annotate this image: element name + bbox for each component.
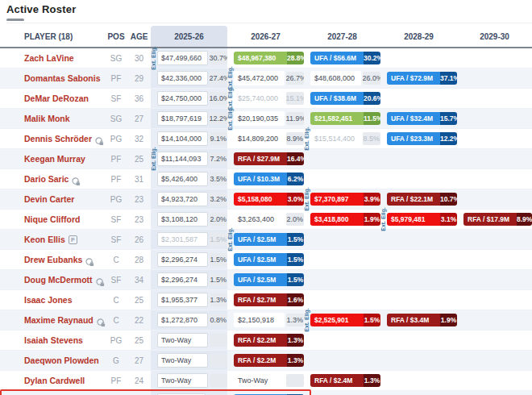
salary-value-input[interactable]: $11,144,093 bbox=[157, 152, 208, 166]
position-cell: SF bbox=[105, 89, 127, 108]
extension-eligible-label: Ext. Elig. bbox=[151, 147, 156, 171]
salary-value-input[interactable]: $24,750,000 bbox=[157, 91, 208, 106]
red-contract-badge[interactable]: $5,158,0803.0% bbox=[234, 193, 304, 206]
rfa-contract-badge[interactable]: RFA / $2.2M1.3% bbox=[234, 354, 304, 367]
salary-value-input[interactable]: $47,499,660 bbox=[157, 51, 208, 65]
badge-value: RFA / $2.2M bbox=[234, 334, 287, 347]
player-link[interactable]: Keon Ellis bbox=[24, 235, 65, 244]
badge-value: $2,525,901 bbox=[310, 314, 364, 326]
badge-value: UFA / $23.3M bbox=[387, 132, 440, 145]
salary-value-input[interactable]: $18,797,619 bbox=[157, 111, 208, 126]
player-cell: Dylan Cardwell bbox=[0, 371, 105, 390]
season-cell-2026-27: Ext. Elig.$45,472,00026.7% bbox=[227, 69, 304, 88]
red-contract-badge[interactable]: $7,370,8973.9% bbox=[310, 193, 380, 206]
season-cell-2027-28: UFA / $56.6M30.2% bbox=[304, 48, 380, 68]
badge-pct: 1.6% bbox=[287, 293, 304, 306]
player-link[interactable]: Dennis Schröder bbox=[24, 134, 92, 143]
rfa-contract-badge[interactable]: RFA / $27.9M16.4% bbox=[234, 152, 304, 165]
ufa-contract-badge[interactable]: UFA / $72.9M37.1% bbox=[387, 72, 457, 85]
ufa-contract-badge[interactable]: UFA / $2.5M1.5% bbox=[234, 273, 304, 286]
season-cell-2027-28 bbox=[304, 290, 380, 310]
badge-value: RFA / $17.9M bbox=[463, 213, 517, 226]
salary-value-input[interactable]: Two-Way bbox=[157, 353, 208, 368]
table-row: Keon EllisPSF26$2,301,5871.5%Ext. Elig.U… bbox=[0, 230, 532, 250]
ufa-contract-badge[interactable]: UFA / $10.3M6.2% bbox=[234, 173, 304, 185]
salary-value-input[interactable]: $1,955,377 bbox=[157, 293, 208, 307]
season-cell-2025-26: Ext. Elig.$11,144,0937.2% bbox=[151, 149, 227, 168]
salary-value-input[interactable]: $2,296,274 bbox=[157, 252, 208, 267]
age-cell: 28 bbox=[127, 250, 151, 269]
badge-value: $3,418,800 bbox=[310, 213, 364, 226]
season-cell-2029-30 bbox=[457, 109, 532, 128]
player-link[interactable]: Daeqwon Plowden bbox=[24, 356, 99, 365]
salary-pct: 9.1% bbox=[210, 132, 227, 145]
salary-value-input[interactable]: $2,296,274 bbox=[157, 272, 208, 287]
player-link[interactable]: Maxime Raynaud bbox=[24, 315, 94, 325]
rfa-contract-badge[interactable]: RFA / $17.9M8.9% bbox=[463, 213, 532, 226]
badge-value: RFA / $2.7M bbox=[234, 293, 287, 306]
ufa-contract-badge[interactable]: UFA / $2.5M1.5% bbox=[234, 233, 304, 246]
rfa-contract-badge[interactable]: RFA / $2.7M1.6% bbox=[234, 293, 304, 306]
season-cell-2028-29 bbox=[380, 351, 457, 370]
ufa-contract-badge[interactable]: UFA / $56.6M30.2% bbox=[310, 52, 380, 64]
badge-value: UFA / $38.6M bbox=[310, 92, 364, 105]
age-cell: 32 bbox=[127, 129, 151, 148]
player-link[interactable]: Nique Clifford bbox=[24, 214, 80, 224]
player-link[interactable]: Isaac Jones bbox=[24, 295, 73, 305]
red-contract-badge[interactable]: $5,979,4813.1% bbox=[387, 213, 457, 226]
green-contract-badge[interactable]: $21,582,45111.5% bbox=[310, 112, 380, 125]
ufa-contract-badge[interactable]: UFA / $23.3M12.2% bbox=[387, 132, 457, 145]
player-link[interactable]: Dylan Cardwell bbox=[24, 376, 85, 385]
player-link[interactable]: DeMar DeRozan bbox=[24, 94, 89, 103]
season-cell-2029-30 bbox=[457, 48, 532, 68]
season-cell-2029-30 bbox=[457, 250, 532, 269]
salary-value-input[interactable]: Two-Way bbox=[157, 373, 208, 388]
salary-value-input[interactable]: Two-Way bbox=[157, 333, 208, 347]
extension-eligible-label: Ext. Elig. bbox=[304, 187, 310, 211]
ufa-contract-badge[interactable]: UFA / $32.4M15.7% bbox=[387, 112, 457, 125]
rfa-contract-badge[interactable]: RFA / $3.4M1.9% bbox=[387, 314, 457, 326]
salary-value-input[interactable]: $4,923,720 bbox=[157, 192, 208, 206]
badge-value: UFA / $2.5M bbox=[234, 233, 287, 246]
season-cell-2029-30 bbox=[457, 331, 532, 350]
season-cell-2025-26: $24,750,00016.0% bbox=[151, 89, 227, 108]
position-cell: PF bbox=[105, 149, 127, 168]
salary-value-input[interactable]: $3,108,120 bbox=[157, 212, 208, 227]
titlebar: Active Roster bbox=[0, 0, 532, 23]
player-link[interactable]: Devin Carter bbox=[24, 194, 74, 204]
player-link[interactable]: Zach LaVine bbox=[24, 53, 74, 63]
season-cell-2029-30 bbox=[457, 310, 532, 330]
salary-pct bbox=[210, 334, 227, 347]
player-link[interactable]: Doug McDermott bbox=[24, 275, 93, 285]
salary-pct bbox=[286, 374, 304, 387]
p-square-icon: P bbox=[69, 235, 77, 244]
rfa-contract-badge[interactable]: RFA / $2.2M1.3% bbox=[234, 334, 304, 347]
rfa-contract-badge[interactable]: RFA / $2.4M1.3% bbox=[310, 374, 380, 387]
ufa-contract-badge[interactable]: UFA / $2.5M1.5% bbox=[234, 253, 304, 266]
badge-value: $7,370,897 bbox=[310, 193, 364, 206]
player-link[interactable]: Domantas Sabonis bbox=[24, 73, 101, 83]
season-cell-2027-28: UFA / $38.6M20.6% bbox=[304, 89, 380, 108]
player-cell: Nique Clifford bbox=[0, 210, 105, 229]
table-row: Dario SaricPF31$5,426,4003.5%UFA / $10.3… bbox=[0, 169, 532, 189]
salary-value-input[interactable]: $1,272,870 bbox=[157, 313, 208, 327]
player-link[interactable]: Dario Saric bbox=[24, 174, 69, 184]
salary-value-input[interactable]: $42,336,000 bbox=[157, 71, 208, 85]
player-link[interactable]: Malik Monk bbox=[24, 114, 70, 123]
season-cell-2028-29: UFA / $72.9M37.1% bbox=[380, 69, 457, 88]
red-contract-badge[interactable]: $2,525,9011.5% bbox=[310, 314, 380, 326]
age-cell: 25 bbox=[127, 290, 151, 310]
season-cell-2025-26: $2,296,2741.5% bbox=[151, 270, 227, 289]
player-link[interactable]: Keegan Murray bbox=[24, 154, 85, 164]
salary-value-input[interactable]: $14,104,000 bbox=[157, 131, 208, 146]
player-link[interactable]: Isaiah Stevens bbox=[24, 335, 83, 345]
salary-value-input[interactable]: $2,301,587 bbox=[157, 232, 208, 247]
player-link[interactable]: Drew Eubanks bbox=[24, 255, 82, 264]
rfa-contract-badge[interactable]: RFA / $22.1M10.7% bbox=[387, 193, 457, 206]
red-contract-badge[interactable]: $3,418,8001.9% bbox=[310, 213, 380, 226]
green-contract-badge[interactable]: $48,967,38028.8% bbox=[234, 52, 304, 64]
salary-value-input[interactable]: $5,426,400 bbox=[157, 172, 208, 186]
ufa-contract-badge[interactable]: UFA / $38.6M20.6% bbox=[310, 92, 380, 105]
season-cell-2029-30 bbox=[457, 230, 532, 249]
salary-pct: 30.7% bbox=[210, 52, 227, 64]
